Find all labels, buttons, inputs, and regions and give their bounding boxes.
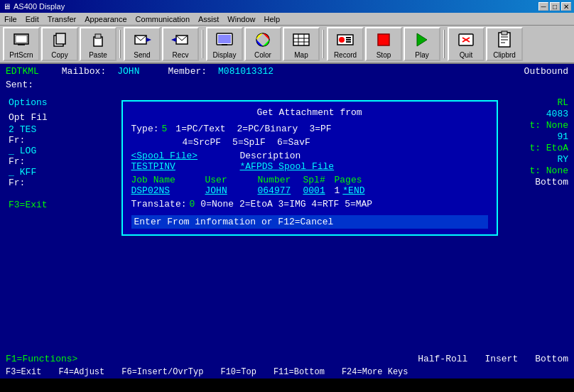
- record-button[interactable]: Record: [327, 27, 364, 61]
- svg-rect-31: [502, 31, 507, 35]
- play-button[interactable]: Play: [404, 27, 440, 61]
- bottom-label: Bottom: [523, 177, 568, 187]
- direction: Outbound: [524, 66, 568, 77]
- main-wrapper: EDTKML Mailbox: JOHN Member: M081013312 …: [0, 64, 574, 392]
- separator-1: [119, 30, 121, 58]
- f11-hint[interactable]: F11=Bottom: [274, 367, 325, 377]
- translate-label: Translate:: [131, 199, 187, 209]
- svg-marker-10: [171, 38, 176, 42]
- prtscn-icon: [11, 30, 31, 50]
- opt-row3-opt: _: [9, 167, 14, 178]
- f4-hint[interactable]: F4=Adjust: [58, 367, 104, 377]
- display-icon: [215, 30, 234, 50]
- menu-appearance[interactable]: Appearance: [80, 13, 131, 25]
- type-opt5: 5=SplF: [232, 137, 266, 148]
- dialog: Get Attachment from Type: 5 1=PC/Text 2=…: [121, 100, 498, 236]
- t1-label: t: None: [523, 120, 568, 131]
- send-button[interactable]: Send: [124, 27, 161, 61]
- prtscn-label: PrtScrn: [9, 51, 33, 59]
- menu-window[interactable]: Window: [223, 13, 259, 25]
- f6-hint[interactable]: F6=Insert/OvrTyp: [121, 367, 203, 377]
- clipbrd-button[interactable]: Clipbrd: [486, 27, 523, 61]
- left-panel: Options Opt Fil 2 TES Fr: _ LOG Fr: _ KF…: [3, 94, 99, 349]
- svg-marker-8: [146, 38, 151, 42]
- job-header: Job Name User Number Spl# Pages: [131, 175, 488, 185]
- menu-edit[interactable]: Edit: [21, 13, 43, 25]
- rl-value: 4083: [523, 109, 568, 119]
- quit-icon: [456, 30, 476, 50]
- quit-button[interactable]: Quit: [448, 27, 484, 61]
- stop-button[interactable]: Stop: [365, 27, 402, 61]
- title-bar-left: 🖥 AS400 Display: [3, 2, 65, 11]
- row2-fr: Fr:: [9, 156, 93, 167]
- color-button[interactable]: Color: [244, 27, 281, 61]
- svg-rect-24: [346, 41, 351, 43]
- opt-row2-fil: LOG: [20, 146, 36, 156]
- menu-help[interactable]: Help: [259, 13, 284, 25]
- f24-hint[interactable]: F24=More Keys: [342, 367, 408, 377]
- play-icon: [412, 30, 432, 50]
- type-row2: 4=SrcPF 5=SplF 6=SavF: [131, 137, 488, 148]
- job-end: *END: [342, 185, 364, 196]
- map-button[interactable]: Map: [283, 27, 320, 61]
- mailbox-label: Mailbox:: [62, 66, 106, 77]
- translate-opts: 0=None 2=EtoA 3=IMG 4=RTF 5=MAP: [200, 199, 372, 209]
- maximize-button[interactable]: □: [550, 2, 560, 11]
- right-panel: RL 4083 t: None 91 t: EtoA RY t: None Bo…: [520, 94, 571, 349]
- copy-label: Copy: [51, 51, 67, 59]
- close-button[interactable]: ✕: [561, 2, 571, 11]
- minimize-button[interactable]: ─: [538, 2, 548, 11]
- f3-label[interactable]: F3=Exit: [9, 200, 93, 210]
- separator-3: [323, 30, 324, 58]
- recv-icon: [170, 30, 190, 50]
- type-label: Type:: [131, 124, 159, 134]
- record-icon: [335, 30, 355, 50]
- paste-icon: [88, 30, 108, 50]
- prtscn-button[interactable]: PrtScrn: [3, 27, 40, 61]
- job-col1: Job Name: [131, 175, 202, 185]
- menu-file[interactable]: File: [0, 13, 21, 25]
- job-name: DSP02NS: [131, 185, 202, 196]
- svg-rect-6: [95, 34, 101, 38]
- separator-2: [202, 30, 203, 58]
- t2-label: t: EtoA: [523, 143, 568, 153]
- svg-marker-26: [417, 33, 427, 46]
- clipbrd-label: Clipbrd: [493, 51, 516, 59]
- spool-data-row: TESTPINV *AFPDS Spool File: [131, 161, 488, 172]
- play-label: Play: [415, 51, 428, 59]
- sent-label: Sent:: [0, 78, 574, 92]
- display-label: Display: [213, 51, 237, 59]
- job-number: 064977: [258, 185, 300, 196]
- quit-label: Quit: [460, 51, 472, 59]
- type-opt1: 1=PC/Text: [175, 124, 225, 134]
- svg-rect-4: [56, 33, 65, 44]
- input-row: [131, 215, 488, 229]
- f3-hint[interactable]: F3=Exit: [6, 367, 41, 377]
- display-button[interactable]: Display: [206, 27, 243, 61]
- paste-button[interactable]: Paste: [80, 27, 117, 61]
- program-name: EDTKML: [6, 66, 39, 77]
- menu-assist[interactable]: Assist: [194, 13, 223, 25]
- type-opt2: 2=PC/Binary: [237, 124, 298, 134]
- job-spl: 0001: [303, 185, 332, 196]
- paste-label: Paste: [89, 51, 107, 59]
- color-label: Color: [254, 51, 271, 59]
- job-pages: 1: [335, 185, 340, 196]
- job-data-row: DSP02NS JOHN 064977 0001 1 *END: [131, 185, 488, 196]
- input-field[interactable]: [131, 215, 488, 229]
- job-col4: Spl#: [303, 175, 332, 185]
- rl-label: RL: [523, 97, 568, 108]
- job-user: JOHN: [205, 185, 255, 196]
- opt-row3-fil: KFF: [20, 167, 36, 178]
- copy-button[interactable]: Copy: [41, 27, 78, 61]
- options-label: Options: [9, 97, 93, 108]
- f1-functions[interactable]: F1=Functions>: [6, 354, 77, 364]
- map-icon: [291, 30, 311, 50]
- menu-communication[interactable]: Communication: [131, 13, 194, 25]
- job-col5: Pages: [335, 175, 362, 185]
- svg-rect-22: [346, 37, 351, 38]
- menu-transfer[interactable]: Transfer: [43, 13, 81, 25]
- recv-button[interactable]: Recv: [162, 27, 199, 61]
- f10-hint[interactable]: F10=Top: [220, 367, 256, 377]
- type-row: Type: 5 1=PC/Text 2=PC/Binary 3=PF: [131, 124, 488, 134]
